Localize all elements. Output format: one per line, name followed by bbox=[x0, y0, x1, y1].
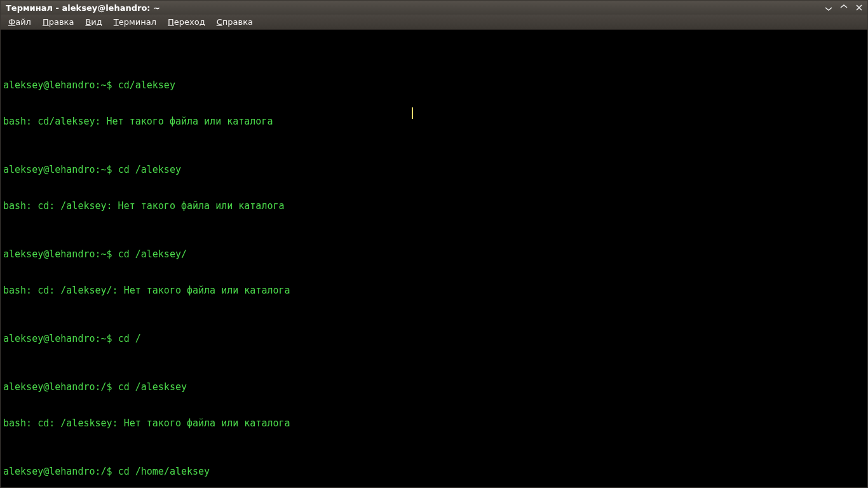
prompt: aleksey@lehandro:~$ bbox=[3, 333, 118, 344]
terminal-line: bash: cd: /aleksey: Нет такого файла или… bbox=[3, 200, 865, 212]
prompt: aleksey@lehandro:/$ bbox=[3, 381, 118, 393]
minimize-button[interactable] bbox=[823, 3, 834, 13]
close-button[interactable] bbox=[853, 3, 865, 13]
cmd-text: cd /alesksey bbox=[118, 381, 187, 393]
terminal-line: aleksey@lehandro:/$ cd /alesksey bbox=[3, 381, 865, 393]
maximize-icon bbox=[840, 4, 848, 11]
menu-file[interactable]: Файл bbox=[4, 16, 35, 28]
terminal-line: bash: cd: /aleksey/: Нет такого файла ил… bbox=[3, 285, 865, 297]
terminal-line: aleksey@lehandro:/$ cd /home/aleksey bbox=[3, 466, 865, 478]
menu-edit[interactable]: Правка bbox=[39, 16, 78, 28]
minimize-icon bbox=[825, 4, 832, 11]
prompt: aleksey@lehandro:/$ bbox=[3, 466, 118, 477]
terminal-line: bash: cd/aleksey: Нет такого файла или к… bbox=[3, 116, 865, 128]
maximize-button[interactable] bbox=[838, 3, 850, 13]
window-controls bbox=[823, 3, 865, 13]
terminal-line: aleksey@lehandro:~$ cd/aleksey bbox=[3, 79, 865, 92]
cmd-text: cd /home/aleksey bbox=[118, 466, 210, 477]
terminal-line: aleksey@lehandro:~$ cd / bbox=[3, 333, 865, 345]
cmd-text: cd /aleksey bbox=[118, 164, 181, 175]
prompt: aleksey@lehandro:~$ bbox=[3, 164, 118, 175]
prompt: aleksey@lehandro:~$ bbox=[3, 79, 118, 91]
terminal-window: Терминал - aleksey@lehandro: ~ Файл Прав… bbox=[0, 0, 868, 488]
menu-help[interactable]: Справка bbox=[213, 16, 257, 28]
cmd-text: cd / bbox=[118, 333, 141, 344]
titlebar[interactable]: Терминал - aleksey@lehandro: ~ bbox=[1, 1, 867, 15]
close-icon bbox=[855, 4, 863, 11]
menubar: Файл Правка Вид Терминал Переход Справка bbox=[1, 15, 867, 30]
terminal-viewport[interactable]: aleksey@lehandro:~$ cd/aleksey bash: cd/… bbox=[1, 30, 867, 487]
menu-view[interactable]: Вид bbox=[81, 16, 105, 28]
menu-go[interactable]: Переход bbox=[164, 16, 209, 28]
cmd-text: cd/aleksey bbox=[118, 79, 175, 91]
menu-terminal[interactable]: Терминал bbox=[110, 16, 160, 28]
window-title: Терминал - aleksey@lehandro: ~ bbox=[3, 3, 823, 13]
cmd-text: cd /aleksey/ bbox=[118, 248, 187, 260]
prompt: aleksey@lehandro:~$ bbox=[3, 248, 118, 260]
terminal-line: aleksey@lehandro:~$ cd /aleksey bbox=[3, 164, 865, 176]
terminal-line: bash: cd: /alesksey: Нет такого файла ил… bbox=[3, 417, 865, 430]
terminal-line: aleksey@lehandro:~$ cd /aleksey/ bbox=[3, 248, 865, 261]
